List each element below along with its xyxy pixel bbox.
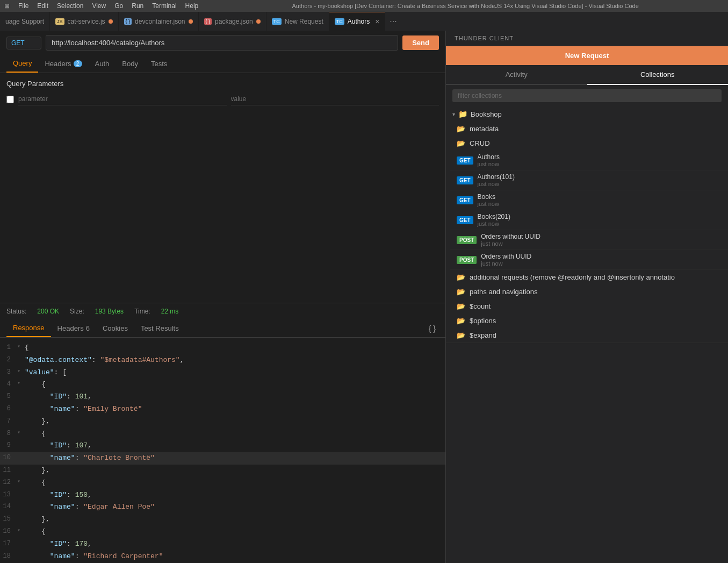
code-line-6: 6 "name": "Emily Brontë": [0, 403, 445, 416]
line-content: "name": "Charlote Brontë": [25, 453, 445, 464]
item-name: Orders with UUID: [481, 253, 722, 260]
list-item-books-201[interactable]: GET Books(201) just now: [450, 210, 728, 230]
menu-go[interactable]: Go: [114, 2, 123, 10]
tab-query-label: Query: [13, 59, 32, 67]
item-info: Orders with UUID just now: [481, 253, 722, 267]
response-tabs: Response Headers 6 Cookies Test Results …: [0, 319, 445, 338]
item-info: Authors(101) just now: [478, 173, 722, 187]
folder-icon: 📂: [457, 273, 465, 281]
tab-package-json[interactable]: { } package.json: [199, 12, 266, 31]
line-num: 12: [0, 478, 17, 488]
folder-icon: 📂: [457, 125, 465, 133]
menu-terminal[interactable]: Terminal: [152, 2, 176, 10]
list-item-authors[interactable]: GET Authors just now: [450, 151, 728, 170]
list-item-crud[interactable]: 📂 CRUD: [450, 136, 728, 151]
tab-headers[interactable]: Headers 2: [38, 55, 88, 73]
list-item-expand[interactable]: 📂 $expand: [450, 328, 728, 343]
tab-auth[interactable]: Auth: [89, 55, 116, 73]
folder-icon: 📂: [457, 317, 465, 325]
list-item-paths-navs[interactable]: 📂 paths and navigations: [450, 284, 728, 299]
tab-tests[interactable]: Tests: [145, 55, 174, 73]
query-param-checkbox[interactable]: [6, 96, 14, 103]
tab-body[interactable]: Body: [116, 55, 145, 73]
tab-response-headers[interactable]: Headers 6: [51, 320, 96, 337]
line-num: 4: [0, 379, 17, 389]
tab-more[interactable]: ···: [385, 17, 401, 26]
list-item-options[interactable]: 📂 $options: [450, 313, 728, 328]
tab-badge-tc: TC: [272, 18, 282, 25]
panel-tab-collections[interactable]: Collections: [587, 65, 729, 85]
thunder-client-header: THUNDER CLIENT: [446, 31, 728, 46]
tab-badge-tc-authors: TC: [335, 18, 344, 25]
item-name: CRUD: [470, 139, 490, 147]
tab-new-request[interactable]: TC New Request: [266, 12, 329, 31]
folder-icon: 📁: [458, 110, 467, 118]
send-button[interactable]: Send: [402, 35, 439, 50]
list-item-additional-requests[interactable]: 📂 additional requests (remove @readonly …: [450, 270, 728, 284]
list-item-orders-uuid[interactable]: POST Orders with UUID just now: [450, 250, 728, 270]
tab-devcontainer[interactable]: { } devcontainer.json: [119, 12, 199, 31]
tab-cat-service[interactable]: JS cat-service.js: [50, 12, 119, 31]
line-num: 15: [0, 514, 17, 524]
line-num: 5: [0, 391, 17, 402]
main-layout: GET POST PUT DELETE PATCH Send Query Hea…: [0, 31, 728, 563]
line-content: {: [25, 478, 445, 489]
tab-bar: uage Support JS cat-service.js { } devco…: [0, 12, 728, 31]
new-request-button[interactable]: New Request: [446, 46, 728, 65]
status-bar: Status: 200 OK Size: 193 Bytes Time: 22 …: [0, 303, 445, 319]
item-name: $options: [470, 317, 496, 325]
tab-close-authors[interactable]: ×: [375, 17, 379, 26]
bookshop-header[interactable]: ▾ 📁 Bookshop: [446, 106, 728, 122]
item-time: just now: [478, 181, 722, 187]
bookshop-collection: ▾ 📁 Bookshop 📂 metadata 📂 CRUD: [446, 106, 728, 343]
tab-authors[interactable]: TC Authors ×: [329, 12, 386, 31]
tab-badge-js: JS: [55, 18, 64, 25]
time-value: 22 ms: [161, 308, 179, 315]
code-line-16: 16 ▾ {: [0, 526, 445, 538]
list-item-authors-101[interactable]: GET Authors(101) just now: [450, 170, 728, 190]
line-num: 10: [0, 453, 17, 463]
list-item-books[interactable]: GET Books just now: [450, 190, 728, 210]
tab-query[interactable]: Query: [6, 55, 38, 73]
list-item-orders-no-uuid[interactable]: POST Orders without UUID just now: [450, 230, 728, 250]
size-value: 193 Bytes: [95, 308, 124, 315]
item-name: Authors: [478, 153, 722, 161]
url-input[interactable]: [46, 35, 398, 51]
collections-list: ▾ 📁 Bookshop 📂 metadata 📂 CRUD: [446, 106, 728, 563]
modified-dot: [109, 19, 113, 24]
menu-file[interactable]: File: [18, 2, 28, 10]
tab-test-results[interactable]: Test Results: [134, 320, 185, 337]
format-json-button[interactable]: { }: [426, 323, 439, 334]
method-select[interactable]: GET POST PUT DELETE PATCH: [6, 37, 41, 49]
list-item-count[interactable]: 📂 $count: [450, 299, 728, 313]
menu-view[interactable]: View: [92, 2, 106, 10]
tab-tests-label: Tests: [151, 60, 167, 68]
panel-tab-activity[interactable]: Activity: [446, 65, 587, 85]
chevron-down-icon: ▾: [452, 111, 455, 117]
tab-cookies[interactable]: Cookies: [96, 320, 134, 337]
filter-collections-input[interactable]: [452, 89, 722, 102]
item-info: Orders without UUID just now: [481, 233, 722, 247]
code-line-4: 4 ▾ {: [0, 379, 445, 391]
code-line-7: 7 },: [0, 416, 445, 428]
item-time: just now: [478, 220, 722, 227]
menu-selection[interactable]: Selection: [57, 2, 83, 10]
query-value-input[interactable]: [231, 93, 439, 105]
line-content: {: [25, 526, 445, 538]
folder-icon: 📂: [457, 331, 465, 339]
headers-badge: 2: [74, 60, 82, 67]
tab-badge-pkg: { }: [204, 18, 212, 25]
tab-response[interactable]: Response: [6, 319, 51, 337]
title-bar-text: Authors - my-bookshop [Dev Container: Cr…: [207, 3, 724, 9]
menu-help[interactable]: Help: [185, 2, 199, 10]
menu-run[interactable]: Run: [132, 2, 143, 10]
line-content: "name": "Richard Carpenter": [25, 551, 445, 562]
line-content: "name": "Emily Brontë": [25, 404, 445, 415]
line-content: "@odata.context": "$metadata#Authors",: [25, 355, 445, 366]
tab-body-label: Body: [122, 60, 138, 68]
list-item-metadata[interactable]: 📂 metadata: [450, 122, 728, 136]
query-param-input[interactable]: [18, 93, 227, 105]
menu-edit[interactable]: Edit: [37, 2, 48, 10]
tab-language-support[interactable]: uage Support: [0, 12, 50, 31]
code-line-9: 9 "ID": 107,: [0, 440, 445, 452]
